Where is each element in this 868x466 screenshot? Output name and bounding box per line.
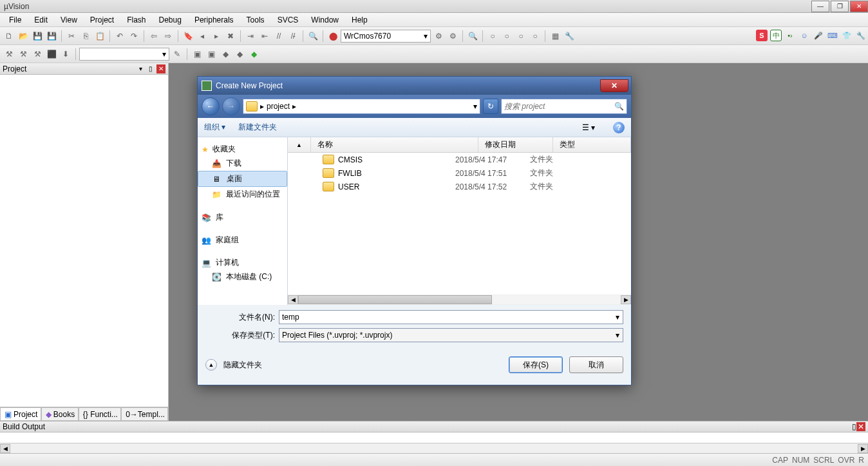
- tree-libraries[interactable]: 📚库: [198, 211, 287, 224]
- filetype-dropdown-icon[interactable]: ▾: [616, 331, 619, 340]
- fscroll-thumb[interactable]: [298, 295, 492, 304]
- menu-file[interactable]: File: [3, 14, 28, 26]
- pane-auto-hide-icon[interactable]: ▯: [146, 64, 155, 73]
- maximize-button[interactable]: ❐: [831, 1, 849, 12]
- close-button[interactable]: ✕: [850, 1, 868, 12]
- window-layout-icon[interactable]: ▦: [549, 30, 561, 43]
- menu-help[interactable]: Help: [345, 14, 374, 26]
- breadcrumb[interactable]: ▸ project ▸ ▾: [243, 99, 480, 114]
- search-input[interactable]: [504, 102, 614, 111]
- project-tree[interactable]: [0, 75, 168, 407]
- search-box[interactable]: 🔍: [501, 99, 627, 114]
- tool-a-icon[interactable]: ⚙: [432, 30, 445, 43]
- fscroll-right-icon[interactable]: ▶: [621, 295, 631, 304]
- bookmark-icon[interactable]: 🔖: [182, 30, 194, 43]
- tree-computer[interactable]: 💻计算机: [198, 256, 287, 269]
- menu-project[interactable]: Project: [84, 14, 120, 26]
- tb2-b-icon[interactable]: ▣: [205, 48, 218, 61]
- debug-icon[interactable]: ⬤: [326, 30, 339, 43]
- dot3-icon[interactable]: ○: [514, 30, 527, 43]
- bc-dropdown-icon[interactable]: ▾: [473, 102, 477, 111]
- bookmark-prev-icon[interactable]: ◂: [196, 30, 209, 43]
- tab-templates[interactable]: 0→Templ...: [121, 407, 168, 421]
- file-row[interactable]: FWLIB 2018/5/4 17:51 文件夹: [288, 166, 631, 180]
- file-row[interactable]: CMSIS 2018/5/4 17:47 文件夹: [288, 153, 631, 166]
- options-icon[interactable]: ✎: [171, 48, 184, 61]
- pane-pin-icon[interactable]: ▾: [136, 64, 145, 73]
- bookmark-clear-icon[interactable]: ✖: [224, 30, 237, 43]
- ime-tool-icon[interactable]: 🔧: [855, 30, 867, 41]
- col-sort-indicator[interactable]: ▲: [288, 137, 311, 152]
- copy-icon[interactable]: ⎘: [79, 30, 92, 43]
- download-icon[interactable]: ⬇: [59, 48, 72, 61]
- paste-icon[interactable]: 📋: [93, 30, 106, 43]
- menu-svcs[interactable]: SVCS: [271, 14, 305, 26]
- menu-view[interactable]: View: [54, 14, 84, 26]
- fscroll-left-icon[interactable]: ◀: [288, 295, 298, 304]
- dot1-icon[interactable]: ○: [486, 30, 499, 43]
- menu-flash[interactable]: Flash: [120, 14, 152, 26]
- tree-downloads[interactable]: 📥下载: [198, 156, 287, 171]
- build-output-hscroll[interactable]: ◀ ▶: [0, 443, 868, 453]
- tab-project[interactable]: ▣Project: [0, 407, 41, 421]
- view-options-button[interactable]: ☰ ▾: [577, 121, 600, 134]
- tree-favorites[interactable]: ★收藏夹: [198, 142, 287, 156]
- save-icon[interactable]: 💾: [31, 30, 44, 43]
- undo-icon[interactable]: ↶: [113, 30, 126, 43]
- nav-back-button[interactable]: ←: [202, 97, 220, 115]
- pane-close-icon[interactable]: ✕: [156, 64, 165, 73]
- filename-input[interactable]: [279, 310, 623, 324]
- dialog-close-button[interactable]: ✕: [600, 79, 628, 92]
- hide-folders-label[interactable]: 隐藏文件夹: [223, 360, 262, 371]
- file-hscroll[interactable]: ◀ ▶: [288, 295, 631, 305]
- cancel-button[interactable]: 取消: [569, 356, 623, 373]
- redo-icon[interactable]: ↷: [127, 30, 140, 43]
- nav-tree[interactable]: ★收藏夹 📥下载 🖥桌面 📁最近访问的位置 📚库 👥家庭组 💻计算机 💽本地磁盘…: [198, 137, 288, 305]
- bc-project[interactable]: project: [267, 102, 290, 111]
- batch-build-icon[interactable]: ⚒: [31, 48, 44, 61]
- magnify-icon[interactable]: 🔍: [466, 30, 479, 43]
- tree-recent[interactable]: 📁最近访问的位置: [198, 187, 287, 202]
- dot2-icon[interactable]: ○: [500, 30, 513, 43]
- tab-functions[interactable]: {} Functi...: [79, 407, 121, 421]
- refresh-button[interactable]: ↻: [483, 99, 498, 114]
- bc-sep1[interactable]: ▸: [260, 102, 264, 111]
- tree-desktop[interactable]: 🖥桌面: [198, 171, 287, 187]
- uncomment-icon[interactable]: //: [287, 30, 299, 43]
- tool-b-icon[interactable]: ⚙: [446, 30, 459, 43]
- col-type[interactable]: 类型: [553, 137, 631, 152]
- menu-edit[interactable]: Edit: [28, 14, 54, 26]
- organize-button[interactable]: 组织 ▾: [204, 122, 225, 133]
- tree-homegroup[interactable]: 👥家庭组: [198, 233, 287, 247]
- tree-drive-c[interactable]: 💽本地磁盘 (C:): [198, 269, 287, 284]
- save-button[interactable]: 保存(S): [509, 356, 563, 373]
- new-folder-button[interactable]: 新建文件夹: [238, 122, 277, 133]
- project-combo[interactable]: ▾: [79, 48, 169, 61]
- stop-build-icon[interactable]: ⬛: [45, 48, 58, 61]
- dialog-titlebar[interactable]: Create New Project ✕: [198, 77, 631, 95]
- indent-icon[interactable]: ⇥: [244, 30, 257, 43]
- dot4-icon[interactable]: ○: [529, 30, 542, 43]
- menu-window[interactable]: Window: [305, 14, 345, 26]
- build-output-body[interactable]: [0, 432, 868, 443]
- hide-folders-toggle[interactable]: ▲: [205, 359, 217, 371]
- build-icon[interactable]: ⚒: [3, 48, 15, 61]
- ime-logo-icon[interactable]: S: [756, 30, 768, 41]
- menu-tools[interactable]: Tools: [240, 14, 271, 26]
- help-button[interactable]: ?: [613, 122, 625, 133]
- open-file-icon[interactable]: 📂: [17, 30, 30, 43]
- hscroll-left-icon[interactable]: ◀: [0, 444, 10, 453]
- outdent-icon[interactable]: ⇤: [258, 30, 271, 43]
- comment-icon[interactable]: //: [272, 30, 285, 43]
- tb2-a-icon[interactable]: ▣: [191, 48, 203, 61]
- find-icon[interactable]: 🔍: [307, 30, 319, 43]
- bo-close-icon[interactable]: ✕: [856, 422, 865, 431]
- config-icon[interactable]: 🔧: [563, 30, 576, 43]
- ime-punct-icon[interactable]: •›: [784, 30, 796, 41]
- col-date[interactable]: 修改日期: [478, 137, 553, 152]
- cut-icon[interactable]: ✂: [65, 30, 78, 43]
- col-name[interactable]: 名称: [311, 137, 478, 152]
- filetype-select[interactable]: [279, 328, 623, 342]
- new-file-icon[interactable]: 🗋: [3, 30, 15, 43]
- ime-mic-icon[interactable]: 🎤: [813, 30, 824, 41]
